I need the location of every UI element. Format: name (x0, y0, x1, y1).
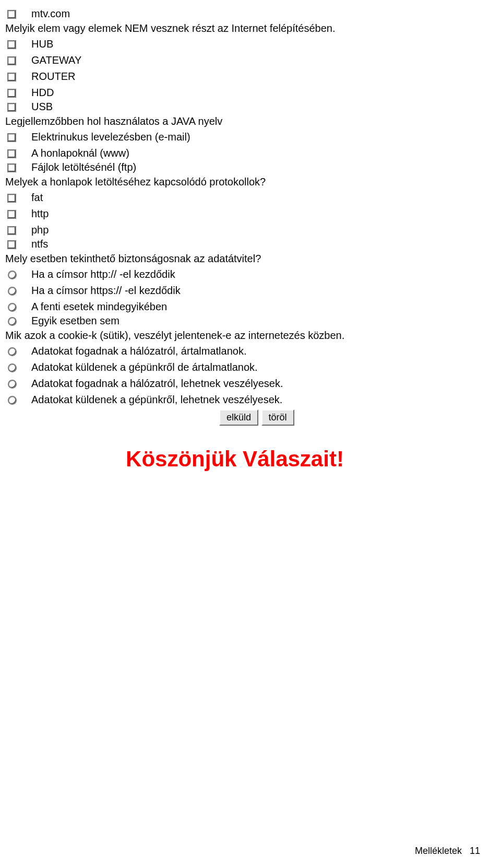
question-text: Melyik elem vagy elemek NEM vesznek rész… (5, 22, 496, 34)
footer-label: Mellékletek (415, 846, 462, 856)
option-label: HDD (25, 86, 54, 99)
option-label: HUB (25, 38, 53, 51)
checkbox[interactable] (7, 10, 16, 19)
question-text: Legjellemzőbben hol használatos a JAVA n… (5, 115, 496, 127)
checkbox[interactable] (7, 56, 16, 65)
page-footer: Mellékletek 11 (415, 846, 480, 857)
option-label: Elektrinukus levelezésben (e-mail) (25, 131, 190, 144)
radio[interactable] (8, 363, 17, 372)
checkbox[interactable] (7, 163, 16, 172)
option-label: mtv.com (25, 7, 70, 20)
option-label: Adatokat küldenek a gépünkről, lehetnek … (25, 393, 282, 406)
radio[interactable] (8, 303, 17, 312)
question-text: Melyek a honlapok letöltéséhez kapcsolód… (5, 176, 496, 188)
checkbox[interactable] (7, 133, 16, 142)
submit-button[interactable]: elküld (219, 409, 258, 426)
option-label: A fenti esetek mindegyikében (25, 300, 167, 313)
thank-you-heading: Köszönjük Válaszait! (5, 447, 496, 472)
checkbox[interactable] (7, 40, 16, 49)
option-label: USB (25, 100, 53, 113)
option-label: fat (25, 191, 43, 204)
radio[interactable] (8, 347, 17, 356)
option-label: A honlapoknál (www) (25, 147, 129, 160)
radio[interactable] (8, 271, 17, 279)
checkbox[interactable] (7, 103, 16, 112)
option-label: php (25, 224, 49, 237)
option-label: Ha a címsor https:// -el kezdődik (25, 284, 181, 297)
option-label: ROUTER (25, 70, 75, 83)
option-label: Ha a címsor http:// -el kezdődik (25, 268, 175, 281)
question-text: Mik azok a cookie-k (sütik), veszélyt je… (5, 330, 496, 342)
radio[interactable] (8, 287, 17, 296)
radio[interactable] (8, 317, 17, 326)
checkbox[interactable] (7, 210, 16, 219)
checkbox[interactable] (7, 226, 16, 235)
footer-page-number: 11 (470, 846, 480, 856)
option-label: ntfs (25, 238, 48, 251)
checkbox[interactable] (7, 89, 16, 98)
option-label: GATEWAY (25, 54, 81, 67)
checkbox[interactable] (7, 149, 16, 158)
checkbox[interactable] (7, 73, 16, 81)
checkbox[interactable] (7, 194, 16, 203)
option-label: Fájlok letöltésénél (ftp) (25, 161, 136, 174)
option-label: http (25, 207, 49, 220)
option-label: Adatokat fogadnak a hálózatról, lehetnek… (25, 377, 283, 390)
radio[interactable] (8, 380, 17, 389)
radio[interactable] (8, 396, 17, 405)
question-text: Mely esetben tekinthető biztonságosnak a… (5, 253, 496, 265)
option-label: Adatokat fogadnak a hálózatról, ártalmat… (25, 345, 246, 358)
option-label: Egyik esetben sem (25, 314, 120, 327)
option-label: Adatokat küldenek a gépünkről de ártalma… (25, 361, 258, 374)
reset-button[interactable]: töröl (261, 409, 294, 426)
checkbox[interactable] (7, 240, 16, 249)
